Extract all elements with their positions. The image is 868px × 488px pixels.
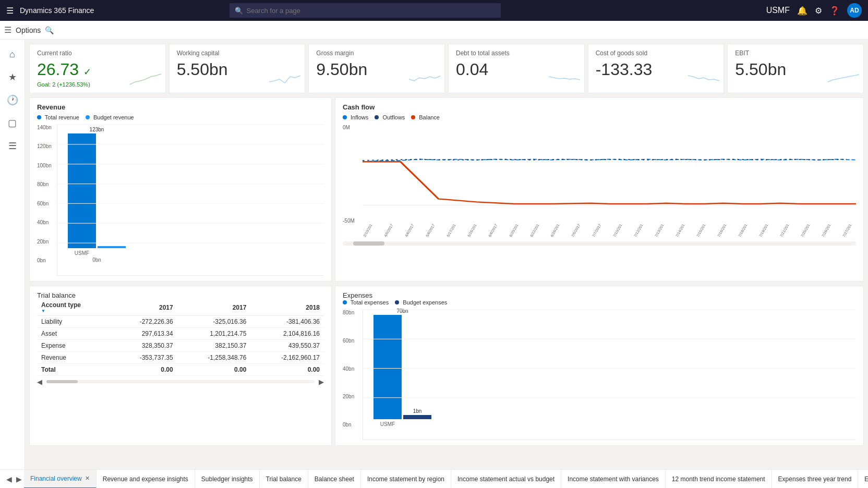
tb-row-total-col3: 0.00 xyxy=(250,364,324,376)
revenue-chart-title: Revenue xyxy=(37,103,324,111)
tb-scrollbar-thumb[interactable] xyxy=(46,380,78,383)
expenses-chart-title: Expenses xyxy=(343,291,856,299)
cashflow-dot-inflows xyxy=(343,115,347,119)
expenses-bars: 1bn xyxy=(373,315,431,419)
tab-more[interactable]: Expe... xyxy=(858,470,868,489)
revenue-bar-x-value: 0bn xyxy=(92,257,101,263)
expenses-grid xyxy=(363,310,856,427)
tb-row-total-col1: 0.00 xyxy=(112,364,177,376)
user-name: USMF xyxy=(766,6,790,15)
kpi-debt-total-assets: Debt to total assets 0.04 xyxy=(448,44,585,93)
kpi-gross-margin-sparkline xyxy=(409,71,440,89)
tab-financial-overview[interactable]: Financial overview ✕ xyxy=(24,470,97,489)
tb-col-2017a: 2017 xyxy=(112,299,177,316)
expenses-legend-total: Total expenses xyxy=(343,299,389,306)
kpi-working-capital-title: Working capital xyxy=(177,50,298,57)
second-bar: ☰ Options 🔍 xyxy=(0,21,868,40)
revenue-bar-budget xyxy=(98,246,126,248)
sidebar-item-home[interactable]: ⌂ xyxy=(2,44,23,65)
cashflow-y-axis: 0M -50M xyxy=(343,125,361,224)
tb-row-revenue-col2: -1,258,348.76 xyxy=(177,352,251,364)
tb-col-type: Account type ▼ xyxy=(37,299,112,316)
tb-scrollbar[interactable] xyxy=(46,380,315,383)
kpi-current-ratio: Current ratio 26.73 ✓ Goal: 2 (+1236.53%… xyxy=(29,44,166,93)
tab-trial-balance[interactable]: Trial balance xyxy=(260,470,308,489)
bottom-row: Trial balance Account type ▼ 2017 2017 2… xyxy=(29,286,864,446)
expenses-legend-budget: Budget expenses xyxy=(395,299,447,306)
settings-icon[interactable]: ⚙ xyxy=(815,6,822,16)
search-input[interactable] xyxy=(246,7,496,15)
tb-row-revenue-col1: -353,737.35 xyxy=(112,352,177,364)
tb-col-2017b: 2017 xyxy=(177,299,251,316)
sidebar-item-recent[interactable]: 🕐 xyxy=(2,90,23,111)
bell-icon[interactable]: 🔔 xyxy=(797,6,807,16)
tab-income-statement-budget[interactable]: Income statement actual vs budget xyxy=(451,470,561,489)
kpi-cogs: Cost of goods sold -133.33 xyxy=(588,44,725,93)
tab-12month-trend[interactable]: 12 month trend income statement xyxy=(666,470,772,489)
cashflow-panel: Cash flow Inflows Outflows Balance xyxy=(335,97,864,282)
search-bar[interactable]: 🔍 xyxy=(230,3,501,18)
revenue-bar-label-top: 123bn xyxy=(90,127,104,132)
tb-row-asset-type: Asset xyxy=(37,328,112,340)
tb-row-expense-col2: 382,150.37 xyxy=(177,340,251,352)
table-row: Revenue -353,737.35 -1,258,348.76 -2,162… xyxy=(37,352,324,364)
tb-row-revenue-col3: -2,162,960.17 xyxy=(250,352,324,364)
revenue-bars xyxy=(68,133,126,248)
hamburger-menu[interactable]: ☰ xyxy=(6,6,14,16)
sidebar-item-workspace[interactable]: ▢ xyxy=(2,113,23,133)
revenue-legend-budget: Budget revenue xyxy=(86,114,134,120)
sidebar-item-favorites[interactable]: ★ xyxy=(2,67,23,88)
help-icon[interactable]: ❓ xyxy=(829,6,840,16)
revenue-legend-total: Total revenue xyxy=(37,114,79,120)
cashflow-chart-title: Cash flow xyxy=(343,103,856,111)
tb-row-total-type: Total xyxy=(37,364,112,376)
nav-toggle-icon[interactable]: ☰ xyxy=(4,25,11,35)
tab-income-statement-region[interactable]: Income statement by region xyxy=(361,470,451,489)
revenue-dot-budget xyxy=(86,115,90,119)
search-small-icon[interactable]: 🔍 xyxy=(45,26,54,34)
cashflow-x-axis: 2/10/201 4/5/2017 4/6/2017 5/6/2017 5/17… xyxy=(363,236,856,239)
cashflow-legend-inflows: Inflows xyxy=(343,114,368,120)
scroll-left-icon[interactable]: ◀ xyxy=(37,378,42,386)
kpi-ebit-sparkline xyxy=(828,71,859,89)
charts-row-top: Revenue Total revenue Budget revenue 140… xyxy=(29,97,864,282)
avatar[interactable]: AD xyxy=(847,3,862,18)
kpi-ebit-title: EBIT xyxy=(735,50,856,57)
kpi-current-ratio-title: Current ratio xyxy=(37,50,158,57)
trial-balance-table: Account type ▼ 2017 2017 2018 Liability … xyxy=(37,299,324,376)
tab-expenses-three-year[interactable]: Expenses three year trend xyxy=(772,470,859,489)
expenses-y-axis: 80bn 60bn 40bn 20bn 0bn xyxy=(343,310,363,440)
tb-row-expense-col3: 439,550.37 xyxy=(250,340,324,352)
tab-nav-prev[interactable]: ◀ xyxy=(4,475,14,483)
revenue-bar-x-labels: USMF xyxy=(68,250,126,256)
tb-row-liability-type: Liability xyxy=(37,316,112,328)
revenue-bar-total xyxy=(68,133,96,248)
table-row-total: Total 0.00 0.00 0.00 xyxy=(37,364,324,376)
cashflow-scrollbar[interactable] xyxy=(343,241,856,246)
tab-close-icon[interactable]: ✕ xyxy=(85,475,90,482)
top-navigation: ☰ Dynamics 365 Finance 🔍 USMF 🔔 ⚙ ❓ AD xyxy=(0,0,868,21)
revenue-bars-area: 123bn USMF 0bn xyxy=(57,125,324,276)
sidebar: ⌂ ★ 🕐 ▢ ☰ xyxy=(0,40,25,469)
tab-income-statement-variances[interactable]: Income statement with variances xyxy=(561,470,666,489)
expenses-bars-area: 70bn 1bn USMF xyxy=(363,310,856,440)
tab-revenue-expense-insights[interactable]: Revenue and expense insights xyxy=(97,470,195,489)
cashflow-dot-outflows xyxy=(375,115,379,119)
kpi-gross-margin: Gross margin 9.50bn xyxy=(308,44,445,93)
tb-row-expense-type: Expense xyxy=(37,340,112,352)
sidebar-item-modules[interactable]: ☰ xyxy=(2,136,23,156)
tab-nav-next[interactable]: ▶ xyxy=(14,475,24,483)
kpi-cogs-sparkline xyxy=(688,71,719,89)
tb-col-2018: 2018 xyxy=(250,299,324,316)
scroll-right-icon[interactable]: ▶ xyxy=(319,378,324,386)
expenses-bar-x-labels: USMF xyxy=(373,421,431,427)
cashflow-svg-area xyxy=(363,125,856,224)
expenses-dot-total xyxy=(343,300,347,304)
revenue-panel: Revenue Total revenue Budget revenue 140… xyxy=(29,97,332,282)
tab-balance-sheet[interactable]: Balance sheet xyxy=(308,470,361,489)
cashflow-legend: Inflows Outflows Balance xyxy=(343,114,856,120)
cashflow-scrollbar-thumb[interactable] xyxy=(353,241,384,246)
app-title: Dynamics 365 Finance xyxy=(20,6,94,15)
tb-row-total-col2: 0.00 xyxy=(177,364,251,376)
tab-subledger-insights[interactable]: Subledger insights xyxy=(195,470,260,489)
